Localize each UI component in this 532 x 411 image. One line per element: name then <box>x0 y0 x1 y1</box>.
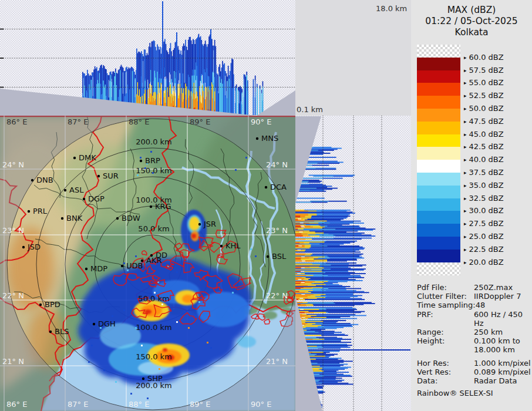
legend-tick-icon: ▸ <box>464 119 467 124</box>
xz-echo-bar <box>244 79 244 97</box>
legend-label: ▸60.0 dBZ <box>464 53 504 62</box>
yz-echo-bar <box>295 264 312 265</box>
xz-echo-spire <box>176 32 177 115</box>
legend-swatch <box>417 250 460 262</box>
yz-echo-bar <box>295 221 314 222</box>
city-marker <box>267 255 269 258</box>
yz-echo-bar <box>295 186 332 187</box>
legend-swatch <box>417 134 460 147</box>
legend-label: ▸25.0 dBZ <box>464 232 504 241</box>
city-label: DGH <box>98 319 116 328</box>
yz-echo-bar <box>295 244 319 244</box>
yz-echo-bar <box>295 291 299 292</box>
yz-echo-bar <box>298 279 301 279</box>
radar-map-view[interactable]: 86° E86° E87° E87° E88° E88° E89° E89° E… <box>0 116 295 411</box>
legend-label: ▸37.5 dBZ <box>464 168 504 177</box>
city-label: BDW <box>122 214 140 223</box>
echo-speck <box>147 397 149 399</box>
yz-echo-bar <box>298 218 301 219</box>
echo-speck <box>198 301 200 303</box>
yz-echo-bar <box>295 235 302 237</box>
meta-row: Range: 250 km <box>417 328 532 336</box>
yz-echo-bar <box>301 225 304 226</box>
meta-row: Hor Res: 1.000 km/pixel <box>417 359 532 368</box>
yz-echo-bar <box>295 213 355 214</box>
yz-echo-bar <box>295 263 326 264</box>
echo-speck <box>214 280 216 282</box>
city-label: JSR <box>203 220 216 228</box>
legend-tick-icon: ▸ <box>464 234 467 240</box>
legend-tick-icon: ▸ <box>464 183 467 188</box>
echo-speck <box>130 393 132 395</box>
legend-tick-icon: ▸ <box>464 144 467 150</box>
longitude-label: 88° E <box>129 117 149 126</box>
xz-echo-bar <box>245 76 247 115</box>
legend-tick-icon: ▸ <box>464 208 467 214</box>
vertical-cross-section-right[interactable] <box>295 116 411 411</box>
xz-projection-plot <box>0 0 295 116</box>
meta-row: PRF: 600 Hz / 450 Hz <box>417 310 532 328</box>
city-marker <box>73 157 76 159</box>
legend-label: ▸50.0 dBZ <box>464 104 504 113</box>
meta-value: Radar Data <box>474 376 517 385</box>
legend-swatch <box>417 173 460 186</box>
echo-speck <box>250 248 252 250</box>
xz-echo-bar <box>227 81 227 98</box>
yz-projection-plot <box>295 116 411 411</box>
xz-echo-bar <box>217 91 218 115</box>
axis-corner: 18.0 km 0.1 km <box>295 0 411 116</box>
city-marker <box>64 189 66 191</box>
longitude-label: 87° E <box>68 117 88 126</box>
yz-echo-bar <box>295 299 365 300</box>
yz-echo-bar <box>311 148 342 149</box>
vertical-cross-section-top[interactable] <box>0 0 295 116</box>
xz-echo-bar <box>225 76 225 96</box>
meta-label: Data: <box>417 376 474 385</box>
legend-label: ▸22.5 dBZ <box>464 245 504 254</box>
xz-echo-bar <box>202 75 203 86</box>
meta-value: 48 <box>476 301 486 309</box>
range-ring-label: 150.0 km <box>136 352 172 361</box>
yz-echo-bar <box>295 267 309 268</box>
city-label: SHP <box>147 374 163 383</box>
legend-value: 22.5 dBZ <box>469 245 504 254</box>
yz-echo-bar <box>298 245 302 246</box>
city-label: DNB <box>36 176 53 184</box>
xz-echo-bar <box>172 83 173 95</box>
yz-echo-bar <box>295 278 304 279</box>
city-marker <box>39 304 42 306</box>
meta-row: Data: Radar Data <box>417 376 532 385</box>
city-label: ASL <box>69 186 84 194</box>
echo-speck <box>123 262 125 264</box>
city-label: BRP <box>145 156 160 165</box>
yz-echo-bar <box>295 272 325 273</box>
echo-cell <box>163 348 167 352</box>
xz-echo-bar <box>200 81 201 95</box>
yz-echo-bar <box>295 285 308 287</box>
xz-echo-bar <box>244 75 245 115</box>
legend-label: ▸40.0 dBZ <box>464 155 504 164</box>
yz-echo-bar <box>295 251 361 252</box>
yz-echo-bar <box>295 233 324 234</box>
latitude-label: 21° N <box>2 357 24 366</box>
yz-echo-bar <box>295 211 352 213</box>
echo-speck <box>161 304 163 305</box>
city-marker <box>116 217 119 220</box>
legend-tick-icon: ▸ <box>464 80 467 86</box>
meta-value: 0.100 km to 18.000 km <box>474 336 520 354</box>
yz-echo-bar <box>295 202 311 203</box>
city-marker <box>22 246 25 248</box>
xz-echo-bar <box>231 59 233 115</box>
meta-row: Time sampling: 48 <box>417 301 532 309</box>
software-branding: Rainbow® SELEX-SI <box>417 389 532 397</box>
yz-echo-bar <box>295 265 320 266</box>
yz-echo-bar <box>295 270 322 271</box>
meta-value: 250 km <box>474 328 503 336</box>
xz-echo-bar <box>262 86 263 100</box>
yz-echo-bar <box>295 224 349 225</box>
yz-echo-bar <box>301 268 305 268</box>
latitude-label: 24° N <box>266 160 288 169</box>
yz-echo-bar <box>295 277 302 278</box>
xz-echo-bar <box>253 97 254 115</box>
longitude-label: 90° E <box>251 117 271 126</box>
